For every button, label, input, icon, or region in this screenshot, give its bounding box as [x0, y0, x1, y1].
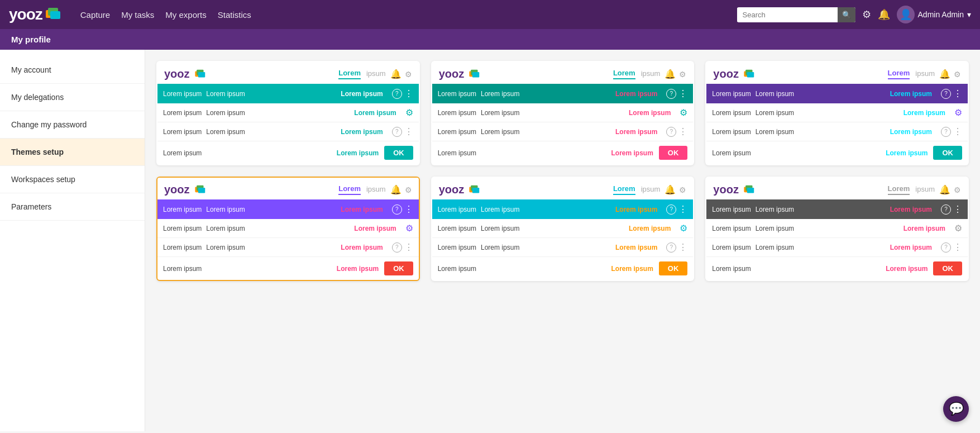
user-area[interactable]: 👤 Admin Admin ▾: [897, 6, 971, 23]
footer-link[interactable]: Lorem ipsum: [337, 265, 379, 273]
row-link[interactable]: Lorem ipsum: [615, 244, 657, 251]
ok-button[interactable]: OK: [659, 146, 688, 160]
row-text: Lorem ipsum: [712, 225, 750, 232]
footer-text: Lorem ipsum: [712, 149, 750, 157]
nav-my-exports[interactable]: My exports: [165, 10, 206, 20]
theme-card-3[interactable]: yooz Lorem ipsum 🔔 ⚙ Lorem ipsum Lorem i…: [705, 61, 969, 165]
row-link[interactable]: Lorem ipsum: [341, 128, 383, 136]
sidebar-item-themes-setup[interactable]: Themes setup: [0, 139, 145, 166]
bell-icon: 🔔: [665, 184, 676, 195]
gear-icon[interactable]: ⚙: [862, 8, 871, 21]
more-icon[interactable]: ⋮: [404, 242, 413, 253]
gear-icon[interactable]: ⚙: [954, 223, 962, 234]
card-tab-ipsum[interactable]: ipsum: [641, 185, 661, 194]
more-icon[interactable]: ⋮: [678, 204, 687, 215]
footer-link[interactable]: Lorem ipsum: [611, 149, 653, 157]
more-icon[interactable]: ⋮: [404, 88, 413, 99]
card-tab-lorem[interactable]: Lorem: [888, 69, 910, 79]
card-tab-lorem[interactable]: Lorem: [888, 184, 910, 195]
card-header-icons: 🔔 ⚙: [390, 69, 412, 79]
theme-card-6[interactable]: yooz Lorem ipsum 🔔 ⚙ Lorem ipsum Lorem i…: [705, 177, 969, 281]
row-link[interactable]: Lorem ipsum: [629, 225, 671, 232]
logo-area: yooz: [9, 6, 63, 23]
card-tabs: Lorem ipsum: [613, 69, 660, 79]
more-icon[interactable]: ⋮: [678, 126, 687, 137]
row-link[interactable]: Lorem ipsum: [903, 109, 945, 117]
card-toolbar-1: Lorem ipsum Lorem ipsum Lorem ipsum ? ⋮: [157, 84, 419, 103]
ok-button[interactable]: OK: [659, 261, 688, 275]
footer-link[interactable]: Lorem ipsum: [337, 149, 379, 157]
card-tab-ipsum[interactable]: ipsum: [915, 69, 935, 79]
theme-card-5[interactable]: yooz Lorem ipsum 🔔 ⚙ Lorem ipsum Lorem i…: [431, 177, 695, 281]
row-link[interactable]: Lorem ipsum: [354, 109, 396, 117]
card-footer-3: Lorem ipsum Lorem ipsum OK: [706, 141, 968, 164]
card-tab-lorem[interactable]: Lorem: [338, 184, 361, 195]
gear-icon[interactable]: ⚙: [679, 185, 686, 194]
theme-card-4[interactable]: yooz Lorem ipsum 🔔 ⚙ Lorem ipsum Lorem i…: [156, 177, 420, 281]
row-link[interactable]: Lorem ipsum: [890, 244, 932, 251]
card-row1-1: Lorem ipsum Lorem ipsum Lorem ipsum ⚙: [157, 103, 419, 122]
logo-text: yooz: [9, 6, 42, 23]
sidebar-item-parameters[interactable]: Parameters: [0, 193, 145, 221]
more-icon[interactable]: ⋮: [953, 204, 962, 215]
row-link[interactable]: Lorem ipsum: [354, 225, 396, 232]
footer-link[interactable]: Lorem ipsum: [886, 265, 928, 273]
card-footer-4: Lorem ipsum Lorem ipsum OK: [157, 257, 419, 280]
sidebar-item-my-delegations[interactable]: My delegations: [0, 84, 145, 111]
more-icon[interactable]: ⋮: [953, 88, 962, 99]
more-icon[interactable]: ⋮: [953, 242, 962, 253]
search-button[interactable]: 🔍: [838, 7, 855, 22]
gear-icon[interactable]: ⚙: [954, 107, 962, 118]
nav-my-tasks[interactable]: My tasks: [121, 10, 154, 20]
more-icon[interactable]: ⋮: [404, 126, 413, 137]
card-tab-lorem[interactable]: Lorem: [338, 69, 361, 79]
gear-icon[interactable]: ⚙: [405, 107, 413, 118]
nav-capture[interactable]: Capture: [80, 10, 110, 20]
row-text: Lorem ipsum: [712, 244, 750, 251]
ok-button[interactable]: OK: [933, 146, 962, 160]
themes-grid: yooz Lorem ipsum 🔔 ⚙ Lorem ipsum Lorem i…: [156, 61, 969, 281]
sidebar-item-my-account[interactable]: My account: [0, 56, 145, 84]
more-icon[interactable]: ⋮: [953, 126, 962, 137]
gear-icon[interactable]: ⚙: [405, 70, 412, 79]
gear-icon[interactable]: ⚙: [680, 107, 687, 118]
card-tab-lorem[interactable]: Lorem: [613, 184, 635, 195]
ok-button[interactable]: OK: [384, 261, 413, 275]
search-input[interactable]: [737, 8, 838, 22]
more-icon[interactable]: ⋮: [404, 204, 413, 215]
footer-link[interactable]: Lorem ipsum: [886, 149, 928, 157]
sidebar-item-change-password[interactable]: Change my password: [0, 111, 145, 139]
card-tabs: Lorem ipsum: [888, 69, 935, 79]
card-tab-ipsum[interactable]: ipsum: [366, 185, 386, 194]
row-link[interactable]: Lorem ipsum: [629, 109, 671, 117]
gear-icon[interactable]: ⚙: [405, 185, 412, 194]
nav-statistics[interactable]: Statistics: [218, 10, 251, 20]
chat-button[interactable]: 💬: [943, 396, 969, 422]
more-icon[interactable]: ⋮: [678, 242, 687, 253]
sidebar-item-workspaces-setup[interactable]: Workspaces setup: [0, 166, 145, 193]
theme-card-1[interactable]: yooz Lorem ipsum 🔔 ⚙ Lorem ipsum Lorem i…: [156, 61, 420, 165]
gear-icon[interactable]: ⚙: [954, 70, 961, 79]
theme-card-2[interactable]: yooz Lorem ipsum 🔔 ⚙ Lorem ipsum Lorem i…: [431, 61, 695, 165]
row-link[interactable]: Lorem ipsum: [615, 128, 657, 136]
gear-icon[interactable]: ⚙: [679, 70, 686, 79]
row-text: Lorem ipsum: [712, 128, 750, 136]
nav-right: 🔍 ⚙ 🔔 👤 Admin Admin ▾: [737, 6, 971, 23]
row-link[interactable]: Lorem ipsum: [341, 244, 383, 251]
card-tab-ipsum[interactable]: ipsum: [641, 69, 661, 79]
gear-icon[interactable]: ⚙: [405, 223, 413, 234]
gear-icon[interactable]: ⚙: [680, 223, 687, 234]
bell-icon[interactable]: 🔔: [878, 8, 890, 21]
footer-link[interactable]: Lorem ipsum: [611, 265, 653, 273]
svg-rect-2: [50, 11, 60, 19]
help-icon: ?: [392, 89, 402, 99]
card-tab-lorem[interactable]: Lorem: [613, 69, 635, 79]
card-tab-ipsum[interactable]: ipsum: [915, 185, 935, 194]
row-link[interactable]: Lorem ipsum: [903, 225, 945, 232]
ok-button[interactable]: OK: [933, 261, 962, 275]
card-tab-ipsum[interactable]: ipsum: [366, 69, 386, 79]
ok-button[interactable]: OK: [384, 146, 413, 160]
more-icon[interactable]: ⋮: [678, 88, 687, 99]
row-link[interactable]: Lorem ipsum: [890, 128, 932, 136]
gear-icon[interactable]: ⚙: [954, 185, 961, 194]
